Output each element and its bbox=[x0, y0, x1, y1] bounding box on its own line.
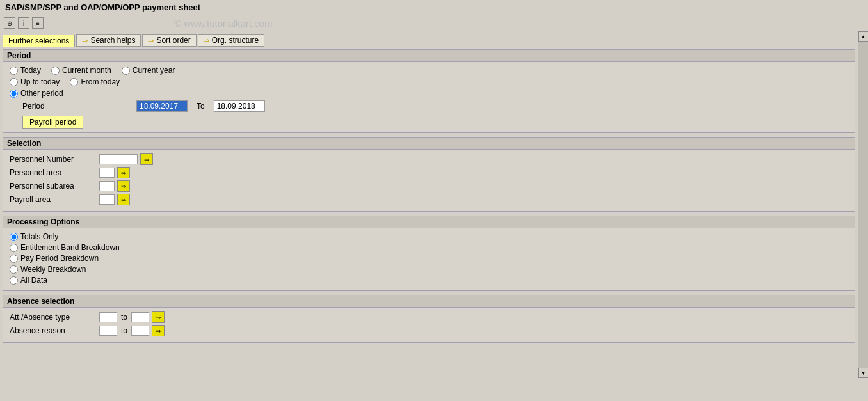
abs-type-to-input[interactable] bbox=[131, 312, 149, 322]
radio-weekly-input[interactable] bbox=[10, 265, 18, 274]
tab-sort-order[interactable]: ⇒ Sort order bbox=[142, 34, 196, 47]
org-structure-label: Org. structure bbox=[212, 36, 259, 45]
absence-header: Absence selection bbox=[3, 295, 855, 308]
scroll-up-arrow: ▲ bbox=[861, 34, 866, 40]
radio-current-month-input[interactable] bbox=[51, 67, 60, 75]
period-label: Period bbox=[22, 102, 131, 111]
tab-bar: Further selections ⇒ Search helps ⇒ Sort… bbox=[3, 34, 855, 47]
personnel-subarea-arrow-btn[interactable]: ⇒ bbox=[117, 180, 130, 192]
payroll-area-input[interactable] bbox=[99, 194, 115, 205]
further-selections-label: Further selections bbox=[8, 36, 69, 45]
scroll-down-btn[interactable]: ▼ bbox=[858, 368, 869, 378]
scroll-up-btn[interactable]: ▲ bbox=[858, 31, 869, 42]
abs-type-from-input[interactable] bbox=[99, 312, 117, 322]
period-section: Period Today Current month Current year bbox=[3, 49, 855, 133]
radio-today-label: Today bbox=[20, 66, 41, 75]
radio-pay-period-input[interactable] bbox=[10, 255, 18, 263]
abs-reason-to-label: to bbox=[121, 326, 127, 335]
arrow-icon-4: ⇒ bbox=[121, 196, 126, 203]
abs-type-to-label: to bbox=[121, 313, 127, 322]
radio-current-year-input[interactable] bbox=[122, 67, 130, 75]
abs-reason-to-input[interactable] bbox=[131, 326, 149, 336]
processing-header: Processing Options bbox=[3, 216, 855, 228]
radio-up-to-today-input[interactable] bbox=[10, 78, 18, 86]
radio-other-period-input[interactable] bbox=[10, 90, 18, 98]
date-to-input[interactable] bbox=[214, 100, 265, 112]
sel-row-personnel-area: Personnel area ⇒ bbox=[10, 167, 848, 178]
radio-all-data-input[interactable] bbox=[10, 276, 18, 285]
processing-section: Processing Options Totals Only Entitleme… bbox=[3, 216, 855, 291]
scroll-track[interactable] bbox=[858, 42, 869, 368]
payroll-period-button[interactable]: Payroll period bbox=[22, 116, 83, 129]
radio-all-data[interactable]: All Data bbox=[10, 276, 47, 285]
personnel-area-arrow-btn[interactable]: ⇒ bbox=[117, 167, 130, 178]
scroll-down-arrow: ▼ bbox=[861, 370, 866, 376]
page-title: SAP/SMP/SPP and OAP/OMP/OPP payment shee… bbox=[5, 3, 200, 12]
abs-reason-label: Absence reason bbox=[10, 326, 99, 335]
radio-today[interactable]: Today bbox=[10, 66, 41, 75]
proc-row-weekly: Weekly Breakdown bbox=[10, 265, 848, 274]
all-data-label: All Data bbox=[20, 276, 47, 285]
sel-row-personnel-number: Personnel Number ⇒ bbox=[10, 153, 848, 165]
radio-current-month[interactable]: Current month bbox=[51, 66, 111, 75]
toolbar-btn-1[interactable]: ⊕ bbox=[4, 17, 15, 29]
weekly-label: Weekly Breakdown bbox=[20, 265, 86, 274]
radio-from-today[interactable]: From today bbox=[70, 77, 120, 86]
radio-up-to-today-label: Up to today bbox=[20, 77, 60, 86]
watermark: © www.tutorialkart.com bbox=[174, 18, 273, 29]
arrow-icon-3: ⇒ bbox=[121, 183, 126, 190]
radio-weekly[interactable]: Weekly Breakdown bbox=[10, 265, 86, 274]
personnel-number-arrow-btn[interactable]: ⇒ bbox=[140, 153, 153, 165]
sel-row-personnel-subarea: Personnel subarea ⇒ bbox=[10, 180, 848, 192]
abs-type-arrow-btn[interactable]: ⇒ bbox=[152, 311, 165, 323]
radio-other-period[interactable]: Other period bbox=[10, 89, 63, 98]
payroll-area-arrow-btn[interactable]: ⇒ bbox=[117, 194, 130, 205]
toolbar-btn-3[interactable]: ≡ bbox=[32, 17, 44, 29]
personnel-area-input[interactable] bbox=[99, 168, 115, 178]
selection-section: Selection Personnel Number ⇒ Personnel a… bbox=[3, 137, 855, 212]
date-to-label: To bbox=[197, 102, 205, 111]
personnel-subarea-input[interactable] bbox=[99, 181, 115, 191]
tab-arrow-org: ⇒ bbox=[204, 36, 209, 45]
abs-row-type: Att./Absence type to ⇒ bbox=[10, 311, 848, 323]
abs-reason-arrow-btn[interactable]: ⇒ bbox=[152, 325, 165, 336]
radio-other-period-label: Other period bbox=[20, 89, 63, 98]
date-from-input[interactable] bbox=[136, 100, 188, 112]
toolbar: ⊕ i ≡ © www.tutorialkart.com bbox=[0, 15, 868, 31]
radio-current-year[interactable]: Current year bbox=[122, 66, 175, 75]
proc-row-all-data: All Data bbox=[10, 276, 848, 285]
abs-arrow-icon-2: ⇒ bbox=[156, 327, 161, 334]
radio-from-today-input[interactable] bbox=[70, 78, 78, 86]
abs-row-reason: Absence reason to ⇒ bbox=[10, 325, 848, 336]
radio-entitlement-input[interactable] bbox=[10, 244, 18, 252]
abs-type-label: Att./Absence type bbox=[10, 313, 99, 322]
proc-row-entitlement: Entitlement Band Breakdown bbox=[10, 243, 848, 252]
tab-arrow-search: ⇒ bbox=[82, 36, 88, 45]
radio-entitlement[interactable]: Entitlement Band Breakdown bbox=[10, 243, 120, 252]
tab-further-selections[interactable]: Further selections bbox=[3, 35, 75, 47]
radio-totals-only-input[interactable] bbox=[10, 233, 18, 241]
entitlement-label: Entitlement Band Breakdown bbox=[20, 243, 120, 252]
pay-period-label: Pay Period Breakdown bbox=[20, 254, 99, 263]
search-helps-label: Search helps bbox=[90, 36, 135, 45]
absence-section: Absence selection Att./Absence type to ⇒… bbox=[3, 295, 855, 343]
tab-search-helps[interactable]: ⇒ Search helps bbox=[76, 34, 141, 47]
sel-row-payroll-area: Payroll area ⇒ bbox=[10, 194, 848, 205]
radio-pay-period[interactable]: Pay Period Breakdown bbox=[10, 254, 99, 263]
selection-header: Selection bbox=[3, 138, 855, 150]
title-bar: SAP/SMP/SPP and OAP/OMP/OPP payment shee… bbox=[0, 0, 868, 15]
tab-org-structure[interactable]: ⇒ Org. structure bbox=[198, 34, 264, 47]
radio-up-to-today[interactable]: Up to today bbox=[10, 77, 60, 86]
toolbar-btn-2[interactable]: i bbox=[18, 17, 29, 29]
personnel-subarea-label: Personnel subarea bbox=[10, 182, 99, 191]
radio-totals-only[interactable]: Totals Only bbox=[10, 232, 58, 241]
radio-today-input[interactable] bbox=[10, 67, 18, 75]
tab-arrow-sort: ⇒ bbox=[148, 36, 154, 45]
payroll-area-label: Payroll area bbox=[10, 195, 99, 204]
personnel-number-input[interactable] bbox=[99, 154, 138, 164]
personnel-area-label: Personnel area bbox=[10, 168, 99, 177]
radio-from-today-label: From today bbox=[81, 77, 120, 86]
proc-row-pay-period: Pay Period Breakdown bbox=[10, 254, 848, 263]
arrow-icon-2: ⇒ bbox=[121, 169, 126, 177]
abs-reason-from-input[interactable] bbox=[99, 326, 117, 336]
